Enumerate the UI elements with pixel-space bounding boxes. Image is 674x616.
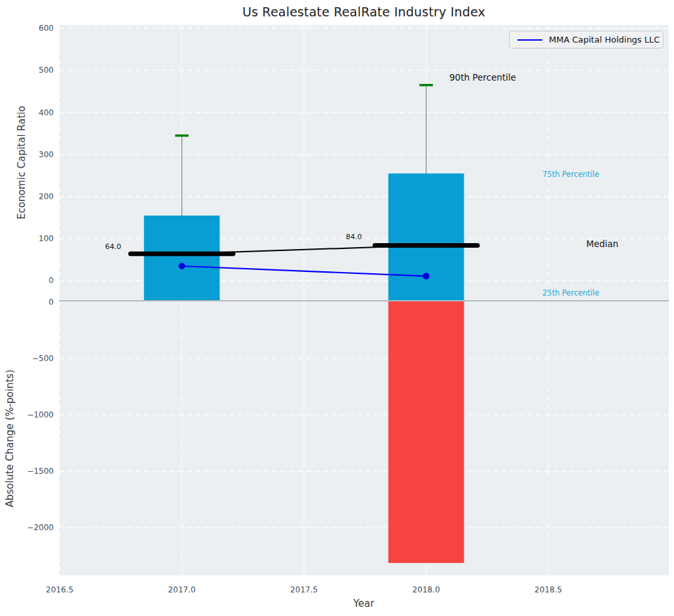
x-tick-label: 2017.0 xyxy=(168,585,196,594)
y-tick-label: 400 xyxy=(39,108,54,117)
y-tick-label: 100 xyxy=(39,234,54,243)
change-bar xyxy=(388,301,464,563)
y-axis-label-bottom: Absolute Change (%-points) xyxy=(4,370,16,507)
x-axis-label: Year xyxy=(59,598,669,609)
x-tick-label: 2018.0 xyxy=(413,585,440,594)
legend-box: MMA Capital Holdings LLC xyxy=(509,31,664,48)
x-tick-label: 2018.5 xyxy=(534,585,562,594)
y-tick-label: −1500 xyxy=(27,467,54,476)
legend-line-swatch xyxy=(517,39,542,41)
chart-figure: 2016.52017.02017.52018.02018.56005004003… xyxy=(0,0,674,616)
legend-label: MMA Capital Holdings LLC xyxy=(549,35,660,45)
y-tick-label: 600 xyxy=(39,24,54,33)
y-tick-label: 500 xyxy=(39,66,54,75)
chart-canvas: 2016.52017.02017.52018.02018.56005004003… xyxy=(0,0,674,616)
y-tick-label: 0 xyxy=(48,298,54,307)
y-tick-label: 200 xyxy=(39,192,54,201)
bottom-panel-background xyxy=(59,301,669,575)
y-tick-label: −1000 xyxy=(27,410,54,419)
percentile-box-bar xyxy=(388,174,464,300)
company-marker xyxy=(423,273,430,279)
y-tick-label: 0 xyxy=(48,276,54,285)
chart-title: Us Realestate RealRate Industry Index xyxy=(59,5,669,19)
percentile-box-bar xyxy=(144,216,220,300)
annotation-75th-percentile: 75th Percentile xyxy=(542,170,599,179)
x-tick-label: 2017.5 xyxy=(290,585,318,594)
y-tick-label: −500 xyxy=(32,354,54,363)
x-tick-label: 2016.5 xyxy=(46,585,73,594)
median-value-label-2018: 84.0 xyxy=(346,233,362,241)
annotation-90th-percentile: 90th Percentile xyxy=(449,72,516,83)
company-marker xyxy=(179,263,185,269)
annotation-median: Median xyxy=(586,239,618,249)
y-tick-label: −2000 xyxy=(27,523,54,532)
y-tick-label: 300 xyxy=(39,150,54,159)
y-axis-label-top: Economic Capital Ratio xyxy=(16,106,28,219)
annotation-25th-percentile: 25th Percentile xyxy=(542,288,599,298)
median-value-label-2017: 64.0 xyxy=(100,242,121,251)
